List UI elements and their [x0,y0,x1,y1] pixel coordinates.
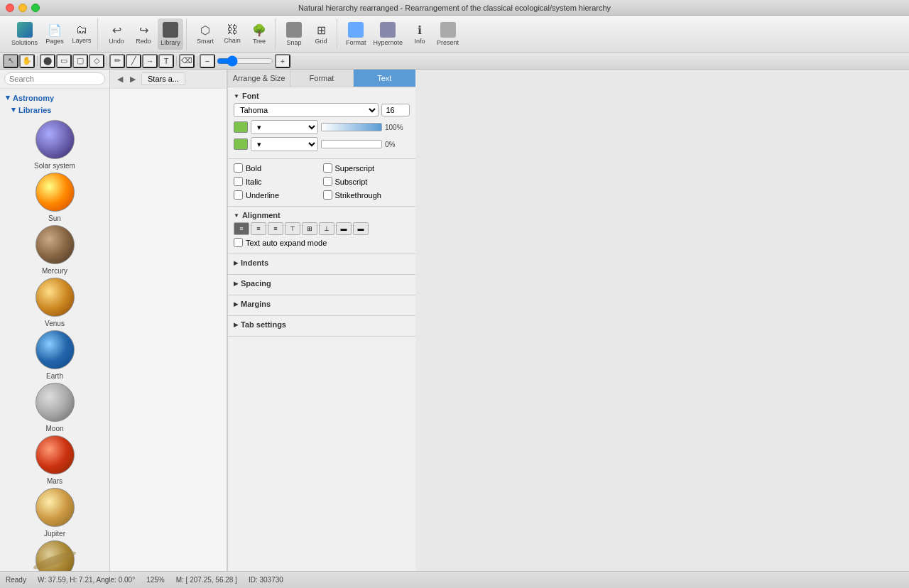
planet-thumbs-container: Solar system Sun Mercury Venus Earth Moo… [0,119,109,571]
venus-thumb[interactable] [36,278,75,317]
align-justify-button[interactable]: ▬ [336,222,352,235]
page-tab[interactable]: Stars a... [141,72,185,85]
sidebar-item-astronomy[interactable]: ▾ Astronomy [0,92,109,104]
nav-back-button[interactable]: ◀ [114,73,126,85]
align-middle-button[interactable]: ⊞ [302,222,317,235]
strikethrough-checkbox[interactable] [323,190,332,200]
color-slider-1[interactable] [321,123,383,131]
bold-checkbox[interactable] [234,163,243,173]
spacing-section: ▶ Spacing [228,275,415,295]
line-tool[interactable]: ╱ [126,54,141,68]
indents-header[interactable]: ▶ Indents [234,258,410,267]
underline-checkbox[interactable] [234,190,243,200]
mars-thumb[interactable] [36,435,75,474]
font-color-swatch-1[interactable] [234,121,248,133]
redo-button[interactable]: ↪ Redo [131,18,156,50]
solutions-icon [17,22,33,38]
pen-tool[interactable]: ✏ [109,54,125,68]
nav-forward-button[interactable]: ▶ [127,73,138,85]
hypernote-button[interactable]: Hypernote [371,18,406,50]
library-button[interactable]: Library [158,18,183,50]
align-center-button[interactable]: ≡ [251,222,266,235]
zoom-slider[interactable] [217,55,273,67]
right-panel: Arrange & Size Format Text ▼ Font Tahoma… [227,70,415,571]
subscript-checkbox[interactable] [323,177,332,186]
undo-button[interactable]: ↩ Undo [104,18,129,50]
tab-arrange-size[interactable]: Arrange & Size [228,70,290,87]
info-button[interactable]: ℹ Info [407,18,432,50]
arrow-tool[interactable]: → [142,54,158,68]
tab-text[interactable]: Text [354,70,415,87]
tab-settings-header[interactable]: ▶ Tab settings [234,320,410,329]
layers-button[interactable]: 🗂 Layers [69,18,94,50]
align-top-button[interactable]: ⊤ [285,222,300,235]
font-section-header[interactable]: ▼ Font [234,92,410,100]
smart-button[interactable]: ⬡ Smart [192,18,218,50]
close-button[interactable] [6,4,14,12]
eraser-tool[interactable]: ⌫ [179,54,195,68]
font-name-row: Tahoma [234,103,410,117]
mars-label: Mars [3,476,107,488]
diamond-tool[interactable]: ◇ [89,54,104,68]
align-distribute-button[interactable]: ▬ [353,222,369,235]
rect-tool[interactable]: ▭ [56,54,72,68]
spacing-header[interactable]: ▶ Spacing [234,279,410,288]
superscript-checkbox[interactable] [323,163,332,173]
jupiter-thumb[interactable] [36,488,75,527]
font-color-swatch-2[interactable] [234,138,248,150]
font-color-row-2: ▾ 0% [234,137,410,151]
italic-label: Italic [246,178,262,186]
earth-thumb[interactable] [36,330,75,369]
font-select[interactable]: Tahoma [234,103,379,117]
select-tool[interactable]: ↖ [3,54,18,68]
align-left-button[interactable]: ≡ [234,222,249,235]
snap-icon [286,22,302,38]
mercury-thumb[interactable] [36,225,75,264]
superscript-label: Superscript [335,164,375,173]
text-auto-expand-row: Text auto expand mode [234,238,410,247]
italic-checkbox[interactable] [234,177,243,186]
strikethrough-label: Strikethrough [335,191,381,200]
grid-button[interactable]: ⊞ Grid [308,18,334,50]
margins-section: ▶ Margins [228,295,415,316]
font-color-row-1: ▾ 100% [234,120,410,134]
solutions-button[interactable]: Solutions [9,18,40,50]
solar-system-thumb[interactable] [36,120,75,159]
sidebar-item-libraries[interactable]: ▾ Libraries [0,104,109,116]
oval-tool[interactable]: ⬤ [40,54,55,68]
color-mode-select-1[interactable]: ▾ [251,120,318,134]
moon-thumb[interactable] [36,383,75,422]
rounded-rect-tool[interactable]: ▢ [72,54,88,68]
indents-section: ▶ Indents [228,254,415,275]
sun-thumb[interactable] [36,173,75,212]
tab-format[interactable]: Format [290,70,353,87]
pages-panel: ◀ ▶ Stars a... [110,70,227,571]
present-button[interactable]: Present [434,18,462,50]
minimize-button[interactable] [18,4,27,12]
search-input[interactable] [4,72,105,85]
chain-button[interactable]: ⛓ Chain [219,18,245,50]
zoom-in-button[interactable]: + [275,54,290,68]
maximize-button[interactable] [31,4,40,12]
color-mode-select-2[interactable]: ▾ [251,137,318,151]
spacing-triangle: ▶ [234,281,238,287]
snap-button[interactable]: Snap [281,18,307,50]
align-bottom-button[interactable]: ⊥ [319,222,334,235]
color-slider-2[interactable] [321,140,383,148]
mercury-label: Mercury [3,266,107,278]
text-tool[interactable]: T [158,54,174,68]
statusbar: Ready W: 37.59, H: 7.21, Angle: 0.00° 12… [0,571,909,588]
saturn-thumb[interactable] [36,540,75,571]
tree-button[interactable]: 🌳 Tree [246,18,272,50]
margins-header[interactable]: ▶ Margins [234,300,410,308]
pages-button[interactable]: 📄 Pages [42,18,67,50]
hand-tool[interactable]: ✋ [19,54,35,68]
style-grid: Bold Superscript Italic Subscript Underl… [234,163,410,202]
font-size-input[interactable] [381,104,410,116]
margins-triangle: ▶ [234,301,238,307]
align-right-button[interactable]: ≡ [268,222,283,235]
text-auto-expand-checkbox[interactable] [234,238,243,247]
alignment-section-header[interactable]: ▼ Alignment [234,211,410,219]
zoom-out-button[interactable]: − [200,54,215,68]
format-button[interactable]: Format [343,18,369,50]
